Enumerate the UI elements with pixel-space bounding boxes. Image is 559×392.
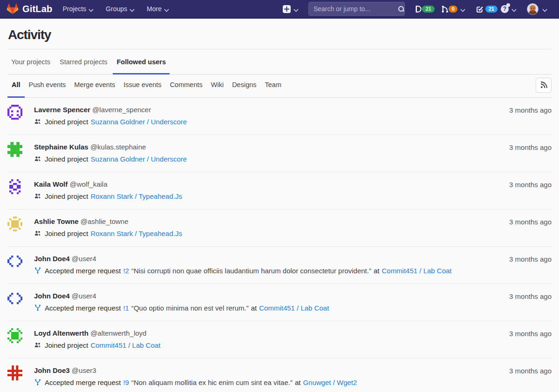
- filter-merge-events[interactable]: Merge events: [70, 74, 119, 98]
- project-link[interactable]: Suzanna Goldner / Underscore: [90, 154, 187, 164]
- filter-all[interactable]: All: [7, 74, 25, 98]
- todos-counter[interactable]: 21: [476, 5, 498, 13]
- activity-feed: Laverne Spencer @laverne_spencer Joined …: [7, 98, 552, 392]
- at-label: at: [251, 303, 257, 313]
- project-link[interactable]: Commit451 / Lab Coat: [259, 303, 329, 313]
- gitlab-brand[interactable]: GitLab: [7, 3, 53, 15]
- project-link[interactable]: Gnuwget / Wget2: [303, 378, 357, 387]
- merge-request-link[interactable]: !9: [123, 378, 129, 387]
- event-timestamp: 3 months ago: [509, 330, 552, 338]
- plus-icon: [283, 5, 291, 13]
- help-menu[interactable]: ?: [501, 5, 516, 13]
- gitlab-wordmark: GitLab: [22, 4, 53, 14]
- chevron-down-icon: [461, 7, 465, 11]
- chevron-down-icon: [130, 7, 134, 11]
- event-row: Kaila Wolf @wolf_kaila Joined project Ro…: [7, 172, 552, 210]
- author-name-link[interactable]: Kaila Wolf: [34, 180, 68, 188]
- author-username: @kulas.stephaine: [90, 143, 146, 151]
- top-navbar: GitLab Projects Groups More: [0, 0, 559, 19]
- chevron-down-icon: [89, 7, 93, 11]
- issues-count-badge: 21: [422, 6, 435, 13]
- author-name-link[interactable]: John Doe4: [34, 255, 70, 263]
- merge-request-title: “Quo optio minima non est vel rerum.”: [131, 303, 249, 313]
- author-username: @user4: [72, 255, 96, 263]
- project-link[interactable]: Suzanna Goldner / Underscore: [90, 117, 187, 127]
- rss-feed-button[interactable]: [536, 78, 552, 93]
- filter-issue-events[interactable]: Issue events: [119, 74, 165, 98]
- merge-request-icon: [34, 378, 41, 386]
- user-avatar: [527, 3, 539, 15]
- nav-more[interactable]: More: [142, 0, 173, 18]
- tab-starred-projects[interactable]: Starred projects: [56, 49, 111, 74]
- merge-request-link[interactable]: !2: [123, 266, 129, 276]
- issues-counter[interactable]: 21: [414, 5, 435, 13]
- filter-wiki[interactable]: Wiki: [207, 74, 228, 98]
- project-link[interactable]: Commit451 / Lab Coat: [382, 266, 451, 276]
- event-row: Stephaine Kulas @kulas.stephaine Joined …: [7, 135, 552, 172]
- merge-request-title: “Non aliquam mollitia ex hic enim cum si…: [131, 378, 293, 387]
- event-row: John Doe4 @user4 Accepted merge request …: [7, 284, 552, 321]
- author-name-link[interactable]: Laverne Spencer: [34, 106, 90, 114]
- author-name-link[interactable]: Stephaine Kulas: [34, 143, 89, 151]
- new-menu-dropdown[interactable]: [283, 5, 298, 13]
- filter-push-events[interactable]: Push events: [25, 74, 70, 98]
- filter-comments[interactable]: Comments: [166, 74, 207, 98]
- filter-team[interactable]: Team: [261, 74, 286, 98]
- project-link[interactable]: Roxann Stark / Typeahead.Js: [90, 191, 182, 201]
- avatar: [7, 179, 22, 194]
- at-label: at: [295, 378, 301, 387]
- users-icon: [34, 118, 41, 125]
- avatar: [7, 105, 22, 120]
- event-timestamp: 3 months ago: [509, 367, 552, 375]
- avatar: [7, 365, 22, 380]
- users-icon: [34, 192, 41, 200]
- author-name-link[interactable]: John Doe4: [34, 292, 70, 300]
- user-menu[interactable]: [527, 3, 547, 15]
- avatar: [7, 254, 22, 269]
- tab-followed-users[interactable]: Followed users: [113, 49, 170, 74]
- event-action: Joined project: [45, 154, 88, 164]
- gitlab-tanuki-logo-icon: [7, 3, 19, 15]
- avatar: [7, 216, 22, 231]
- nav-projects[interactable]: Projects: [58, 0, 98, 18]
- chevron-down-icon: [294, 7, 298, 11]
- merge-requests-counter[interactable]: 0: [441, 5, 465, 13]
- issues-icon: [414, 5, 422, 13]
- event-action: Joined project: [45, 229, 88, 238]
- chevron-down-icon: [543, 7, 547, 11]
- filter-designs[interactable]: Designs: [228, 74, 260, 98]
- merge-request-icon: [34, 304, 41, 311]
- nav-groups[interactable]: Groups: [101, 0, 139, 18]
- event-timestamp: 3 months ago: [509, 143, 552, 151]
- event-row: John Doe4 @user4 Accepted merge request …: [7, 247, 552, 284]
- author-name-link[interactable]: John Doe3: [34, 366, 70, 374]
- event-timestamp: 3 months ago: [509, 181, 552, 189]
- chevron-down-icon: [164, 7, 169, 11]
- chevron-down-icon: [512, 7, 516, 11]
- users-icon: [34, 230, 41, 237]
- author-name-link[interactable]: Loyd Altenwerth: [34, 329, 89, 337]
- todo-check-icon: [476, 5, 484, 13]
- search-icon: [398, 6, 404, 12]
- event-filter-bar: All Push events Merge events Issue event…: [7, 74, 552, 98]
- tab-your-projects[interactable]: Your projects: [7, 49, 54, 74]
- merge-request-link[interactable]: !1: [123, 303, 129, 313]
- author-username: @wolf_kaila: [69, 180, 107, 188]
- event-timestamp: 3 months ago: [509, 292, 552, 300]
- project-link[interactable]: Commit451 / Lab Coat: [90, 340, 160, 350]
- users-icon: [34, 341, 41, 349]
- event-action: Accepted merge request: [45, 266, 121, 276]
- notification-dot: [506, 3, 510, 7]
- global-search: [308, 2, 405, 16]
- search-input[interactable]: [314, 5, 398, 13]
- event-row: Loyd Altenwerth @altenwerth_loyd Joined …: [7, 321, 552, 358]
- page-title: Activity: [7, 19, 552, 42]
- event-action: Joined project: [45, 191, 88, 201]
- avatar: [7, 291, 22, 306]
- merge-request-title: “Nisi corrupti non quae officiis laudant…: [131, 266, 371, 276]
- event-timestamp: 3 months ago: [509, 218, 552, 226]
- author-username: @user4: [72, 292, 96, 300]
- project-link[interactable]: Roxann Stark / Typeahead.Js: [90, 229, 182, 238]
- author-name-link[interactable]: Ashlie Towne: [34, 217, 79, 225]
- users-icon: [34, 155, 41, 162]
